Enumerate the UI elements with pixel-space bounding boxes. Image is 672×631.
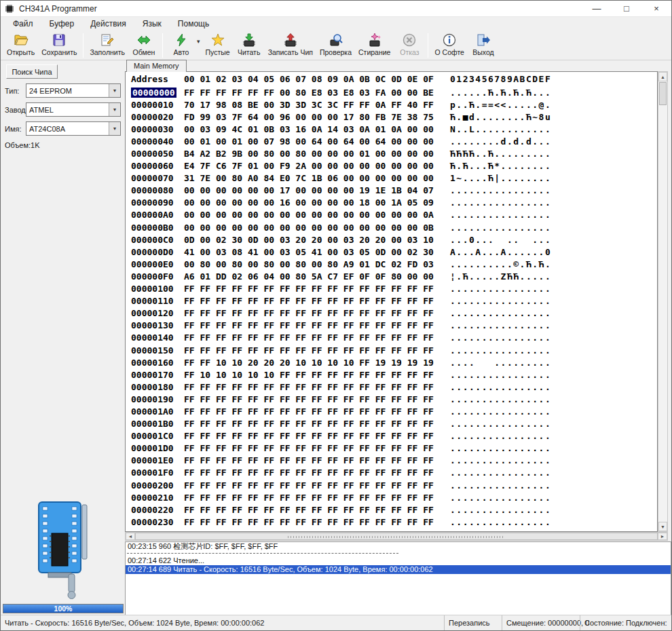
menu-help[interactable]: Помощь	[170, 18, 217, 30]
toolbar-button-exit[interactable]: Выход	[468, 31, 499, 56]
row-ascii[interactable]: ..........©.Ћ.Ћ.	[450, 259, 551, 269]
row-bytes[interactable]: FF FF FF FF FF FF FF FF FF FF FF FF FF F…	[184, 505, 443, 515]
chevron-down-icon[interactable]: ▾	[109, 122, 120, 135]
row-ascii[interactable]: ................	[450, 308, 551, 318]
chip-name-select[interactable]: AT24C08A ▾	[26, 121, 121, 136]
horizontal-scroll-thumb[interactable]	[135, 533, 658, 540]
row-bytes[interactable]: B4 A2 B2 9B 00 80 00 80 00 00 00 01 00 0…	[184, 149, 443, 159]
dropdown-caret-icon[interactable]: ▾	[197, 31, 200, 45]
toolbar-button-fill[interactable]: Заполнить	[86, 31, 128, 56]
row-bytes[interactable]: 0D 00 02 30 0D 00 03 20 20 00 03 20 20 0…	[184, 235, 443, 245]
row-bytes[interactable]: FF FF FF FF FF FF FF FF FF FF FF FF FF F…	[184, 467, 443, 478]
row-bytes[interactable]: 31 7E 00 80 A0 84 E0 7C 1B 06 00 00 00 0…	[184, 173, 443, 183]
menu-buffer[interactable]: Буфер	[41, 18, 83, 30]
scroll-up-icon[interactable]: ▲	[658, 72, 667, 81]
toolbar-button-swap[interactable]: Обмен	[128, 31, 160, 56]
chevron-down-icon[interactable]: ▾	[109, 103, 120, 116]
log-entry[interactable]: 00:27:14 689 Читать - Скорость: 16516 By…	[126, 565, 671, 574]
toolbar-button-read[interactable]: Читать	[234, 31, 265, 56]
row-ascii[interactable]: ................	[450, 197, 551, 208]
row-ascii[interactable]: Ћ.Ћ...Ћ*........	[450, 161, 551, 171]
row-ascii[interactable]: ......Ћ.Ћ.Ћ.Ћ...	[450, 88, 551, 98]
row-ascii[interactable]: ................	[450, 210, 551, 220]
vertical-scroll-thumb[interactable]	[659, 82, 667, 105]
row-bytes[interactable]: FF FF FF FF FF FF FF FF FF FF FF FF FF F…	[184, 480, 443, 491]
row-ascii[interactable]: N..L............	[450, 124, 551, 134]
row-ascii[interactable]: ................	[450, 480, 551, 491]
menu-language[interactable]: Язык	[134, 18, 170, 30]
row-bytes[interactable]: FF FF FF FF FF FF FF FF FF FF FF FF FF F…	[184, 431, 443, 441]
row-bytes[interactable]: FF FF FF FF FF FF FF FF FF FF FF FF FF F…	[184, 443, 443, 453]
chip-type-select[interactable]: 24 EEPROM ▾	[26, 83, 121, 98]
log-entry[interactable]: 00:23:15 960 检测芯片ID: $FF, $FF, $FF, $FF	[126, 542, 671, 551]
scroll-down-icon[interactable]: ▼	[658, 522, 667, 531]
tab-main-memory[interactable]: Main Memory	[126, 60, 187, 72]
row-bytes[interactable]: 00 00 00 00 00 00 00 00 00 00 00 00 00 0…	[184, 210, 443, 220]
row-bytes[interactable]: 00 03 09 4C 01 0B 03 16 0A 14 03 0A 01 0…	[184, 124, 443, 134]
row-ascii[interactable]: ................	[450, 394, 551, 404]
row-ascii[interactable]: ................	[450, 284, 551, 294]
row-bytes[interactable]: FF FF FF FF FF FF FF FF FF FF FF FF FF F…	[184, 308, 443, 318]
row-ascii[interactable]: Ћ.■d........Ћ~8u	[450, 112, 551, 122]
row-ascii[interactable]: ................	[450, 382, 551, 392]
row-bytes[interactable]: FF FF FF FF FF FF FF FF FF FF FF FF FF F…	[184, 284, 443, 294]
row-ascii[interactable]: ¦.Ћ.....ZЋЋ.....	[450, 271, 551, 282]
row-ascii[interactable]: ................	[450, 431, 551, 441]
chip-vendor-select[interactable]: ATMEL ▾	[26, 102, 121, 117]
row-bytes[interactable]: 70 17 98 08 BE 00 3D 3D 3C 3C FF FF 0A F…	[184, 100, 443, 110]
row-bytes[interactable]: 00 80 00 80 00 80 00 80 00 80 A9 01 DC 0…	[184, 259, 443, 269]
row-bytes[interactable]: FF FF FF FF FF FF FF FF FF FF FF FF FF F…	[184, 493, 443, 503]
toolbar-button-open[interactable]: Открыть	[3, 31, 38, 56]
menu-actions[interactable]: Действия	[82, 18, 134, 30]
row-ascii[interactable]: ................	[450, 296, 551, 306]
row-bytes[interactable]: FF FF FF FF FF FF FF FF FF FF FF FF FF F…	[184, 517, 443, 527]
row-bytes[interactable]: 00 00 00 00 00 00 00 00 00 00 00 00 00 0…	[184, 223, 443, 233]
close-button[interactable]: ×	[641, 1, 671, 16]
row-ascii[interactable]: ................	[450, 370, 551, 380]
row-bytes[interactable]: FF FF FF FF FF FF FF FF FF FF FF FF FF F…	[184, 296, 443, 306]
toolbar-button-auto[interactable]: Авто	[166, 31, 197, 56]
row-bytes[interactable]: FF FF FF FF FF FF FF FF FF FF FF FF FF F…	[184, 406, 443, 417]
row-ascii[interactable]: p..Ћ.==<<.....@.	[450, 100, 551, 110]
row-ascii[interactable]: A...A...A......0	[450, 247, 551, 257]
log-entry[interactable]: 00:27:14 622 Чтение...	[126, 556, 671, 565]
row-bytes[interactable]: FF FF FF FF FF FF FF FF FF FF FF FF FF F…	[184, 320, 443, 330]
row-ascii[interactable]: ................	[450, 493, 551, 503]
row-bytes[interactable]: E4 7F C6 7F 01 00 F9 2A 00 00 00 00 00 0…	[184, 161, 443, 171]
row-ascii[interactable]: ................	[450, 332, 551, 343]
row-bytes[interactable]: FF FF FF FF FF FF FF FF FF FF FF FF FF F…	[184, 455, 443, 465]
row-ascii[interactable]: ........d.d.d...	[450, 136, 551, 147]
row-bytes[interactable]: FF 10 10 10 10 10 FF FF FF FF FF FF FF F…	[184, 370, 443, 380]
status-mode[interactable]: Перезапись	[444, 615, 502, 630]
row-ascii[interactable]: ................	[450, 455, 551, 465]
row-ascii[interactable]: ................	[450, 223, 551, 233]
toolbar-button-erase[interactable]: Стирание	[355, 31, 394, 56]
row-ascii[interactable]: ................	[450, 406, 551, 417]
search-chip-button[interactable]: Поиск Чипа	[6, 64, 58, 79]
vertical-scrollbar[interactable]: ▲ ▼	[658, 71, 668, 532]
row-bytes[interactable]: FF FF FF FF FF FF FF FF FF FF FF FF FF F…	[184, 345, 443, 356]
scroll-right-icon[interactable]: ►	[658, 533, 667, 540]
row-bytes[interactable]: 00 00 00 00 00 00 16 00 00 00 00 18 00 1…	[184, 197, 443, 208]
row-bytes[interactable]: FF FF FF FF FF FF FF FF FF FF FF FF FF F…	[184, 419, 443, 429]
row-ascii[interactable]: ЋЋЋЋ..Ћ.........	[450, 149, 551, 159]
row-bytes[interactable]: FF FF FF FF FF FF 00 80 E8 03 E8 03 FA 0…	[184, 88, 443, 98]
row-bytes[interactable]: FF FF FF FF FF FF FF FF FF FF FF FF FF F…	[184, 332, 443, 343]
row-bytes[interactable]: FD 99 03 7F 64 00 96 00 00 00 17 80 FB 7…	[184, 112, 443, 122]
row-ascii[interactable]: .... .........	[450, 358, 551, 368]
row-ascii[interactable]: ................	[450, 517, 551, 527]
menu-file[interactable]: Файл	[5, 18, 41, 30]
row-ascii[interactable]: ...0... .. ...	[450, 235, 551, 245]
scroll-left-icon[interactable]: ◄	[126, 533, 135, 540]
minimize-button[interactable]: —	[582, 1, 612, 16]
toolbar-button-write-chip[interactable]: Записать Чип	[265, 31, 316, 56]
toolbar-button-blank-check[interactable]: Пустые	[202, 31, 234, 56]
row-bytes[interactable]: FF FF 10 10 20 20 20 10 10 10 10 FF 19 1…	[184, 358, 443, 368]
row-ascii[interactable]: 1~....Ћ|........	[450, 173, 551, 183]
row-bytes[interactable]: FF FF FF FF FF FF FF FF FF FF FF FF FF F…	[184, 382, 443, 392]
row-ascii[interactable]: ................	[450, 419, 551, 429]
row-ascii[interactable]: ................	[450, 345, 551, 356]
toolbar-button-verify[interactable]: Проверка	[316, 31, 355, 56]
row-ascii[interactable]: ................	[450, 320, 551, 330]
row-bytes[interactable]: FF FF FF FF FF FF FF FF FF FF FF FF FF F…	[184, 394, 443, 404]
